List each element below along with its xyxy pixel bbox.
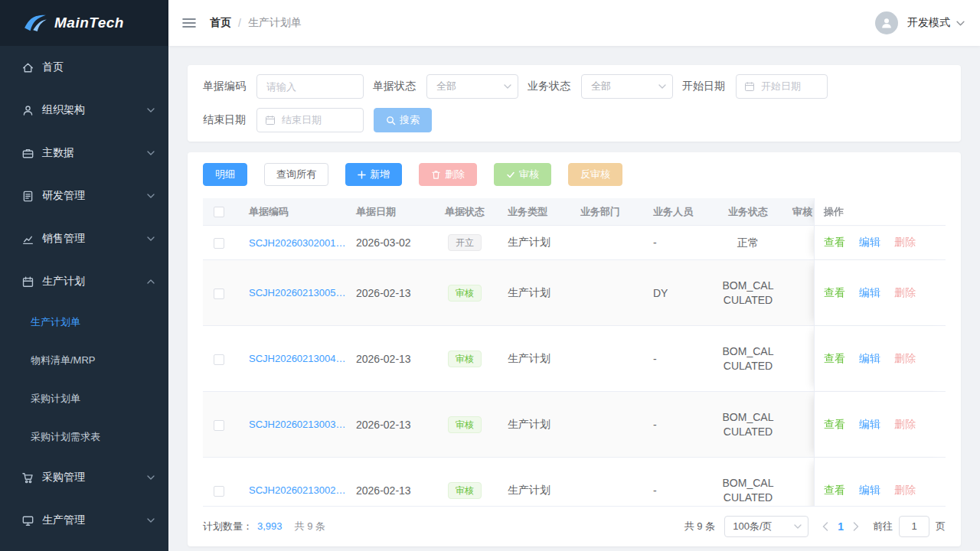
- delete-link[interactable]: 删除: [894, 418, 916, 430]
- briefcase-icon: [21, 147, 34, 160]
- add-button-label: 新增: [370, 168, 390, 181]
- col-header-biz-type: 业务类型: [498, 198, 571, 226]
- delete-button[interactable]: 删除: [419, 163, 477, 186]
- search-button[interactable]: 搜索: [374, 108, 432, 132]
- start-date-picker[interactable]: 开始日期: [736, 74, 828, 99]
- edit-link[interactable]: 编辑: [859, 352, 880, 364]
- table-row: SCJH20260213004… 2026-02-13 审核 生产计划 - BO…: [203, 326, 946, 392]
- next-page-icon[interactable]: [853, 522, 859, 531]
- doc-status-select[interactable]: 全部: [426, 74, 518, 99]
- sidebar-item-sales-management[interactable]: 销售管理: [0, 217, 168, 260]
- sidebar-item-label: 销售管理: [42, 232, 147, 246]
- sidebar-item-organization[interactable]: 组织架构: [0, 89, 168, 132]
- plus-icon: [358, 171, 366, 179]
- row-checkbox[interactable]: [214, 238, 224, 249]
- start-date-field: 开始日期 开始日期: [682, 74, 828, 99]
- row-checkbox[interactable]: [214, 354, 224, 365]
- org-user-icon: [21, 104, 34, 117]
- row-checkbox[interactable]: [214, 289, 224, 299]
- plan-count-value: 3,993: [257, 520, 283, 532]
- biz-status: BOM_CALCULATED: [713, 326, 783, 392]
- delete-link[interactable]: 删除: [894, 352, 916, 364]
- edit-link[interactable]: 编辑: [859, 484, 880, 496]
- view-link[interactable]: 查看: [824, 352, 845, 364]
- calendar-icon: [265, 115, 276, 126]
- sidebar: MainTech 首页 组织架构 主数据: [0, 0, 168, 551]
- chevron-down-icon: [658, 84, 666, 89]
- table-row: SCJH20260213002… 2026-02-13 审核 生产计划 - BO…: [203, 458, 946, 506]
- view-link[interactable]: 查看: [824, 286, 845, 298]
- biz-dept: [571, 260, 644, 326]
- doc-code-label: 单据编码: [203, 80, 246, 93]
- doc-code-link[interactable]: SCJH20260213003…: [249, 419, 345, 430]
- submenu-item-purchase-plan-demand[interactable]: 采购计划需求表: [0, 418, 168, 456]
- breadcrumb: 首页 / 生产计划单: [210, 16, 302, 30]
- view-link[interactable]: 查看: [824, 484, 845, 496]
- prev-page-icon[interactable]: [822, 522, 828, 531]
- chevron-down-icon: [147, 236, 155, 241]
- biz-dept: [571, 458, 644, 506]
- sidebar-menu: 首页 组织架构 主数据 研发管理: [0, 46, 168, 551]
- user-menu[interactable]: 开发模式: [875, 11, 965, 34]
- edit-link[interactable]: 编辑: [859, 418, 880, 430]
- submenu-item-bom-mrp[interactable]: 物料清单/MRP: [0, 341, 168, 380]
- doc-code-link[interactable]: SCJH20260213005…: [249, 287, 345, 298]
- page-number[interactable]: 1: [838, 520, 844, 533]
- sidebar-item-production-management[interactable]: 生产管理: [0, 499, 168, 542]
- sidebar-item-purchase-management[interactable]: 采购管理: [0, 456, 168, 499]
- doc-date: 2026-02-13: [347, 260, 431, 326]
- sidebar-item-home[interactable]: 首页: [0, 46, 168, 89]
- delete-link[interactable]: 删除: [894, 484, 916, 496]
- biz-dept: [571, 226, 644, 260]
- status-badge: 开立: [448, 234, 482, 251]
- doc-status-label: 单据状态: [373, 80, 416, 93]
- logo: MainTech: [0, 0, 168, 46]
- end-date-picker[interactable]: 结束日期: [256, 108, 364, 132]
- hamburger-menu-icon[interactable]: [182, 18, 196, 28]
- doc-code-input[interactable]: [256, 74, 364, 99]
- chevron-down-icon: [147, 518, 155, 523]
- plan-count-label: 计划数量：: [203, 520, 253, 533]
- delete-link[interactable]: 删除: [894, 236, 916, 248]
- production-plan-submenu: 生产计划单 物料清单/MRP 采购计划单 采购计划需求表: [0, 303, 168, 456]
- submenu-item-purchase-plan-order[interactable]: 采购计划单: [0, 380, 168, 418]
- unapprove-button[interactable]: 反审核: [568, 163, 622, 186]
- breadcrumb-home[interactable]: 首页: [210, 16, 231, 30]
- edit-link[interactable]: 编辑: [859, 286, 880, 298]
- sidebar-item-rd-management[interactable]: 研发管理: [0, 174, 168, 217]
- biz-status: BOM_CALCULATED: [713, 458, 783, 506]
- delete-link[interactable]: 删除: [894, 286, 916, 298]
- detail-button[interactable]: 明细: [203, 163, 247, 186]
- col-header-actions: 操作: [814, 198, 946, 226]
- chevron-down-icon: [147, 151, 155, 155]
- chevron-down-icon: [147, 108, 155, 112]
- goto-page-input[interactable]: [899, 516, 929, 537]
- doc-date: 2026-02-13: [347, 458, 431, 506]
- submenu-item-production-plan-order[interactable]: 生产计划单: [0, 303, 168, 341]
- table-panel: 明细 查询所有 新增 删除 审核 反审核: [188, 152, 961, 546]
- add-button[interactable]: 新增: [345, 163, 402, 186]
- biz-status-select-value: 全部: [591, 80, 611, 93]
- query-all-button[interactable]: 查询所有: [264, 163, 328, 186]
- select-all-checkbox[interactable]: [214, 207, 224, 217]
- page-size-select[interactable]: 100条/页: [724, 516, 808, 537]
- row-checkbox[interactable]: [214, 486, 224, 497]
- edit-link[interactable]: 编辑: [859, 236, 880, 248]
- biz-person: -: [644, 458, 713, 506]
- doc-code-link[interactable]: SCJH20260213002…: [249, 484, 345, 496]
- approve-button[interactable]: 审核: [494, 163, 551, 186]
- biz-status-select[interactable]: 全部: [581, 74, 673, 99]
- view-link[interactable]: 查看: [824, 418, 845, 430]
- monitor-icon: [21, 514, 34, 527]
- sidebar-item-production-plan[interactable]: 生产计划: [0, 260, 168, 303]
- doc-code-link[interactable]: SCJH20260213004…: [249, 353, 345, 364]
- logo-swoosh-icon: [23, 14, 47, 32]
- row-checkbox[interactable]: [214, 420, 224, 431]
- document-icon: [21, 190, 34, 203]
- sidebar-item-master-data[interactable]: 主数据: [0, 132, 168, 174]
- doc-code-link[interactable]: SCJH20260302001…: [249, 237, 345, 249]
- search-button-label: 搜索: [400, 113, 420, 127]
- table-row: SCJH20260213005… 2026-02-13 审核 生产计划 DY B…: [203, 260, 946, 326]
- view-link[interactable]: 查看: [824, 236, 845, 248]
- query-all-button-label: 查询所有: [276, 168, 316, 181]
